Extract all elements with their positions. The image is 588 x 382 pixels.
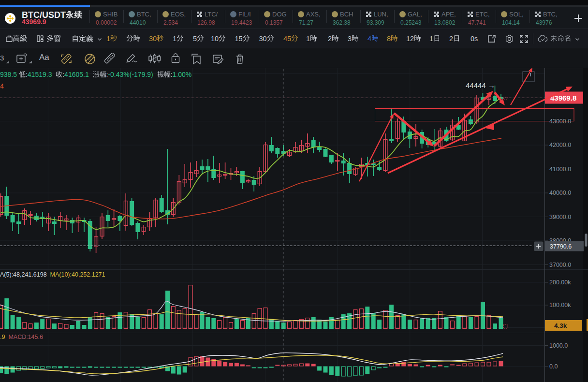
svg-text:1000.0: 1000.0 xyxy=(549,342,568,349)
svg-text:40000.0: 40000.0 xyxy=(549,190,571,196)
svg-text:200.00k: 200.00k xyxy=(549,279,571,286)
svg-text:0.0: 0.0 xyxy=(549,363,558,370)
svg-text:100.00k: 100.00k xyxy=(549,302,571,309)
svg-text:41000.0: 41000.0 xyxy=(549,166,571,173)
svg-text:37000.0: 37000.0 xyxy=(549,262,571,268)
svg-text:4.3k: 4.3k xyxy=(554,322,567,329)
svg-text:42000.0: 42000.0 xyxy=(549,142,571,148)
svg-text:37790.6: 37790.6 xyxy=(550,243,572,250)
svg-text:39000.0: 39000.0 xyxy=(549,214,571,220)
svg-text:44444 →: 44444 → xyxy=(466,81,495,89)
